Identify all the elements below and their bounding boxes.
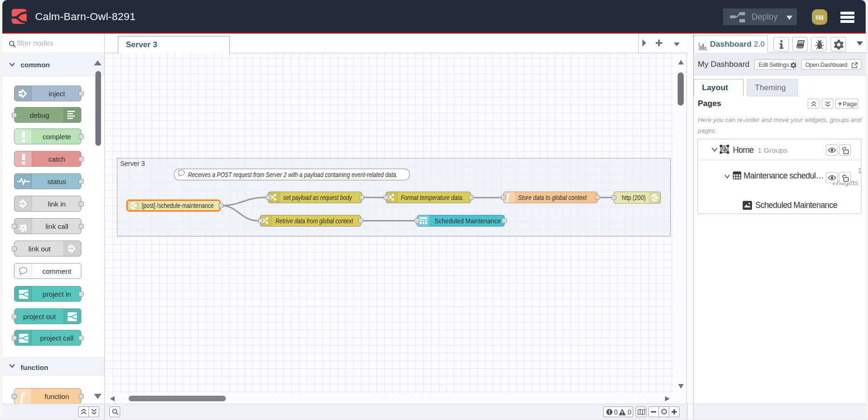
svg-text:Store data to global context: Store data to global context (518, 194, 587, 201)
svg-text:[post] /schedule-maintenance: [post] /schedule-maintenance (142, 202, 214, 209)
svg-text:Scheduled Maintenance: Scheduled Maintenance (434, 217, 501, 225)
svg-text:Retrive data from global conte: Retrive data from global context (275, 217, 354, 225)
svg-text:set payload as request body: set payload as request body (283, 194, 353, 201)
svg-text:http (200): http (200) (622, 194, 646, 201)
svg-text:Format temperature data.: Format temperature data. (401, 194, 463, 201)
svg-text:Receives a POST request from S: Receives a POST request from Server 2 wi… (188, 171, 398, 178)
svg-text:f: f (20, 390, 26, 404)
svg-text:Server 3: Server 3 (120, 160, 145, 167)
